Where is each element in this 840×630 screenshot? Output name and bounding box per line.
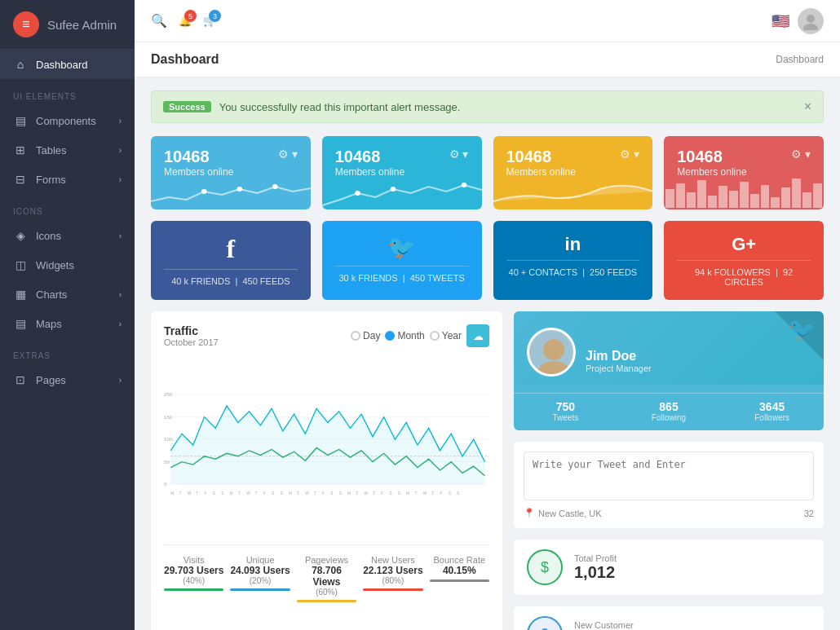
bell-badge: 5 (184, 10, 197, 22)
language-flag[interactable]: 🇺🇸 (771, 12, 789, 30)
month-radio[interactable]: Month (385, 330, 424, 341)
chart-title: Traffic (164, 324, 219, 337)
svg-text:250: 250 (164, 391, 173, 397)
svg-text:T: T (415, 491, 418, 496)
svg-point-3 (237, 187, 242, 192)
sidebar-item-maps[interactable]: ▤ Maps › (0, 309, 135, 338)
inner-content: Success You successfully read this impor… (135, 77, 840, 630)
linkedin-stats: 40 + CONTACTS | 250 FEEDS (506, 260, 640, 277)
unique-bar (230, 588, 290, 591)
svg-text:S: S (213, 491, 215, 496)
chevron-right-icon: › (119, 376, 122, 385)
stat-number-0: 10468 (164, 148, 233, 166)
sidebar-item-forms[interactable]: ⊟ Forms › (0, 165, 135, 194)
svg-text:W: W (305, 491, 309, 496)
stat-visits: Visits 29.703 Users (40%) (164, 555, 223, 602)
alert-close-button[interactable]: × (804, 99, 811, 114)
newusers-bar (363, 588, 422, 591)
section-label-extras: EXTRAS (0, 338, 135, 365)
user-avatar[interactable] (798, 8, 824, 34)
section-label-icons: ICONS (0, 194, 135, 221)
sidebar-item-components[interactable]: ▤ Components › (0, 106, 135, 135)
profile-tweets: 750 Tweets (514, 400, 617, 422)
facebook-icon: f (164, 234, 298, 264)
sidebar-item-charts[interactable]: ▦ Charts › (0, 280, 135, 309)
cart-badge: 3 (209, 10, 221, 22)
twitter-stats: 30 k FRIENDS | 450 TWEETS (335, 266, 469, 283)
svg-point-0 (807, 15, 815, 23)
svg-text:S: S (398, 491, 400, 496)
svg-text:150: 150 (164, 414, 173, 420)
svg-text:F: F (381, 491, 383, 496)
year-radio[interactable]: Year (430, 330, 462, 341)
gear-icon[interactable]: ⚙ ▾ (278, 148, 298, 161)
metric-profit-info: Total Profit 1,012 (574, 553, 617, 582)
social-card-google[interactable]: G+ 94 k FOLLOWERS | 92 CIRCLES (664, 221, 824, 300)
svg-text:T: T (297, 491, 299, 496)
gear-icon[interactable]: ⚙ ▾ (791, 148, 811, 161)
chart-area: 0 50 100 150 250 (164, 355, 489, 535)
gear-icon[interactable]: ⚙ ▾ (620, 148, 639, 161)
chevron-right-icon: › (119, 146, 122, 155)
notifications-bell[interactable]: 🔔 5 (179, 15, 192, 27)
cart-icon[interactable]: 🛒 3 (203, 15, 216, 27)
logo: ≡ Sufee Admin (0, 0, 135, 50)
stat-label-2: Members online (506, 166, 576, 178)
social-card-twitter[interactable]: 🐦 30 k FRIENDS | 450 TWEETS (322, 221, 482, 300)
sidebar-item-tables[interactable]: ⊞ Tables › (0, 135, 135, 165)
stat-label-0: Members online (164, 166, 233, 178)
sidebar: ≡ Sufee Admin ⌂ Dashboard UI ELEMENTS ▤ … (0, 0, 135, 630)
svg-point-1 (803, 24, 818, 30)
google-plus-icon: G+ (677, 234, 811, 255)
svg-text:T: T (356, 491, 358, 496)
sidebar-item-dashboard[interactable]: ⌂ Dashboard (0, 50, 135, 79)
svg-point-5 (355, 191, 360, 196)
profile-avatar (527, 328, 576, 377)
breadcrumb: Dashboard (776, 54, 824, 65)
customer-icon (527, 616, 563, 630)
stat-label-1: Members online (335, 166, 405, 178)
alert-banner: Success You successfully read this impor… (151, 90, 824, 123)
svg-text:S: S (449, 491, 451, 496)
sidebar-item-pages[interactable]: ⊡ Pages › (0, 365, 135, 394)
google-stats: 94 k FOLLOWERS | 92 CIRCLES (677, 260, 811, 287)
content-area: Dashboard Dashboard Success You successf… (135, 42, 840, 630)
svg-text:S: S (272, 491, 274, 496)
stat-number-2: 10468 (506, 148, 576, 166)
svg-text:T: T (373, 491, 375, 496)
svg-text:M: M (406, 491, 409, 496)
sidebar-item-widgets[interactable]: ◫ Widgets (0, 250, 135, 280)
svg-point-6 (390, 187, 396, 192)
svg-text:T: T (179, 491, 182, 496)
svg-text:100: 100 (164, 436, 173, 442)
dashboard-label: Dashboard (36, 59, 88, 71)
char-counter: 32 (804, 509, 814, 518)
tweet-input[interactable] (524, 452, 814, 500)
right-panel: 🐦 Jim Doe Project (514, 311, 824, 630)
profile-card: 🐦 Jim Doe Project (514, 311, 824, 430)
svg-text:W: W (246, 491, 250, 496)
traffic-svg: 0 50 100 150 250 (164, 355, 489, 535)
day-radio[interactable]: Day (351, 330, 380, 341)
profit-icon: $ (527, 549, 563, 585)
social-card-facebook[interactable]: f 40 k FRIENDS | 450 FEEDS (151, 221, 311, 300)
tweet-footer: 📍 New Castle, UK 32 (524, 508, 814, 518)
maps-icon: ▤ (13, 317, 28, 330)
brand-name: Sufee Admin (47, 18, 117, 32)
stat-card-3: 10468 Members online ⚙ ▾ (664, 136, 824, 209)
sidebar-item-icons[interactable]: ◈ Icons › (0, 221, 135, 250)
tables-icon: ⊞ (13, 143, 28, 156)
svg-text:W: W (188, 491, 192, 496)
profile-name: Jim Doe (586, 349, 652, 363)
lower-grid: Traffic October 2017 Day Month Year (151, 311, 824, 630)
metric-customer-info: New Customer 961 (574, 620, 634, 631)
search-icon[interactable]: 🔍 (151, 13, 167, 29)
metric-card-customer: New Customer 961 (514, 606, 824, 630)
download-button[interactable]: ☁ (466, 324, 489, 347)
components-icon: ▤ (13, 114, 28, 127)
gear-icon[interactable]: ⚙ ▾ (449, 148, 469, 161)
svg-text:T: T (314, 491, 316, 496)
stat-unique: Unique 24.093 Users (20%) (230, 555, 290, 602)
social-card-linkedin[interactable]: in 40 + CONTACTS | 250 FEEDS (493, 221, 653, 300)
traffic-chart-card: Traffic October 2017 Day Month Year (151, 311, 502, 630)
